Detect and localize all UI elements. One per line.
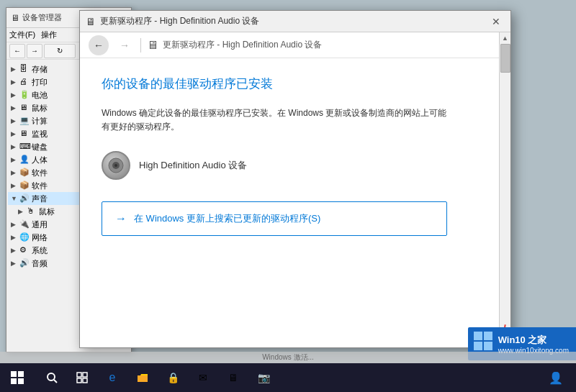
- dialog-title-icon: 🖥: [86, 16, 96, 27]
- nav-title: 🖥 更新驱动程序 - High Definition Audio 设备: [147, 39, 322, 52]
- taskbar-search-btn[interactable]: [37, 363, 66, 392]
- search-arrow-icon: →: [115, 212, 127, 225]
- svg-line-12: [54, 380, 57, 383]
- dialog-nav: ← → 🖥 更新驱动程序 - High Definition Audio 设备: [80, 32, 510, 58]
- nav-title-text: 更新驱动程序 - High Definition Audio 设备: [163, 39, 322, 51]
- svg-rect-13: [77, 373, 81, 377]
- scrollbar-up-button[interactable]: ▲: [500, 32, 511, 44]
- svg-rect-16: [83, 378, 87, 383]
- dialog-description: Windows 确定此设备的最佳驱动程序已安装。在 Windows 更新或设备制…: [102, 106, 489, 134]
- taskbar-explorer-btn[interactable]: [128, 363, 157, 392]
- search-link-box[interactable]: → 在 Windows 更新上搜索已更新的驱动程序(S): [102, 201, 447, 236]
- activation-text: Windows 激活...: [262, 352, 314, 363]
- svg-rect-9: [11, 378, 17, 384]
- folder-icon: [137, 372, 148, 383]
- toolbar-back-btn[interactable]: ←: [9, 44, 25, 58]
- windows-logo-svg: [474, 332, 494, 352]
- search-icon: [46, 372, 58, 383]
- start-button[interactable]: [0, 363, 35, 392]
- svg-rect-4: [484, 332, 492, 340]
- dialog-scrollbar: ▲ ▼: [499, 32, 510, 349]
- taskbar-right: 👤: [541, 363, 576, 392]
- svg-rect-14: [83, 373, 87, 377]
- taskbar-user-btn[interactable]: 👤: [541, 363, 570, 392]
- update-driver-dialog: 🖥 更新驱动程序 - High Definition Audio 设备 ✕ ← …: [79, 10, 511, 348]
- taskbar-icons: e 🔒 ✉ 🖥 📷: [35, 363, 281, 392]
- nav-back-button[interactable]: ←: [89, 35, 109, 55]
- dialog-body: 你的设备的最佳驱动程序已安装 Windows 确定此设备的最佳驱动程序已安装。在…: [80, 58, 510, 253]
- activation-bar: Windows 激活...: [0, 352, 576, 363]
- nav-divider: [140, 38, 141, 53]
- taskbar-camera-btn[interactable]: 📷: [249, 363, 278, 392]
- svg-rect-15: [77, 378, 81, 383]
- scrollbar-thumb[interactable]: [500, 44, 510, 73]
- devmgr-title-icon: 🖥: [11, 13, 19, 23]
- start-icon: [11, 371, 24, 384]
- taskbar-lock-btn[interactable]: 🔒: [158, 363, 187, 392]
- device-icon: [102, 151, 130, 180]
- taskbar-mail-btn[interactable]: ✉: [189, 363, 217, 392]
- svg-point-2: [114, 164, 117, 167]
- taskbar-task-view-btn[interactable]: [68, 363, 96, 392]
- svg-point-11: [48, 373, 55, 380]
- dialog-titlebar: 🖥 更新驱动程序 - High Definition Audio 设备 ✕: [80, 11, 510, 32]
- device-name: High Definition Audio 设备: [139, 159, 247, 172]
- svg-rect-7: [11, 371, 17, 377]
- devmgr-title: 设备管理器: [22, 12, 62, 23]
- svg-rect-5: [474, 342, 482, 350]
- win10-badge-title: Win10 之家: [498, 334, 569, 347]
- dialog-close-button[interactable]: ✕: [487, 13, 505, 30]
- taskbar-edge-btn[interactable]: e: [98, 363, 127, 392]
- menu-action[interactable]: 操作: [41, 29, 57, 40]
- svg-rect-3: [474, 332, 482, 340]
- taskbar-rdp-btn[interactable]: 🖥: [219, 363, 248, 392]
- nav-title-icon: 🖥: [147, 39, 158, 52]
- device-row: High Definition Audio 设备: [102, 151, 489, 180]
- dialog-heading: 你的设备的最佳驱动程序已安装: [102, 76, 489, 92]
- toolbar-forward-btn[interactable]: →: [27, 44, 42, 58]
- svg-rect-10: [18, 378, 24, 384]
- svg-rect-6: [484, 342, 492, 350]
- search-link-text[interactable]: 在 Windows 更新上搜索已更新的驱动程序(S): [134, 212, 320, 225]
- toolbar-refresh-btn[interactable]: ↻: [44, 44, 76, 58]
- scrollbar-track: [500, 44, 510, 337]
- menu-file[interactable]: 文件(F): [9, 29, 35, 40]
- svg-rect-8: [18, 371, 24, 377]
- taskbar: e 🔒 ✉ 🖥 📷 👤: [0, 363, 576, 392]
- task-view-icon: [76, 372, 88, 383]
- dialog-title-text: 更新驱动程序 - High Definition Audio 设备: [100, 15, 487, 27]
- nav-forward-button: →: [114, 35, 135, 55]
- audio-icon-svg: [108, 158, 124, 173]
